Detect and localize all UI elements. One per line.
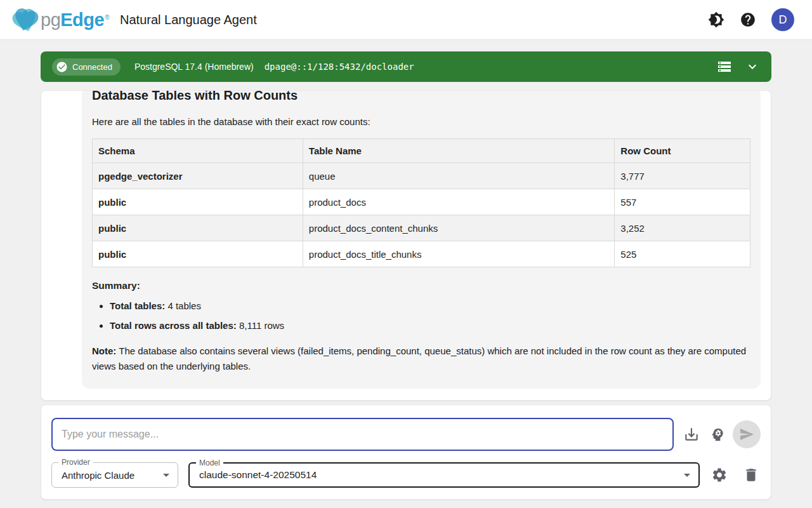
pgedge-logo-wordmark: pgEdge®: [41, 10, 109, 30]
chat-history-panel[interactable]: Database Tables with Row Counts Here are…: [41, 90, 771, 401]
table-row: public product_docs 557: [93, 189, 750, 215]
table-row: public product_docs_title_chunks 525: [93, 241, 750, 267]
provider-select[interactable]: Provider Anthropic Claude: [51, 462, 178, 488]
trash-icon: [743, 467, 759, 483]
model-select[interactable]: Model claude-sonnet-4-20250514: [188, 462, 700, 488]
table-row: public product_docs_content_chunks 3,252: [93, 215, 750, 241]
psychology-icon: [709, 426, 726, 443]
cell-schema: public: [93, 215, 303, 241]
message-input[interactable]: [51, 418, 674, 451]
page-title: Natural Language Agent: [120, 13, 257, 27]
message-intro: Here are all the tables in the database …: [92, 115, 750, 129]
table-row: pgedge_vectorizer queue 3,777: [93, 163, 750, 189]
pgedge-logo-icon: [10, 6, 39, 34]
collapse-connection-button[interactable]: [745, 59, 760, 74]
cell-row-count: 557: [615, 189, 750, 215]
cell-row-count: 3,777: [615, 163, 750, 189]
send-icon: [739, 427, 754, 442]
cell-table-name: queue: [303, 163, 615, 189]
server-version-label: PostgreSQL 17.4 (Homebrew): [134, 62, 254, 72]
cell-table-name: product_docs: [303, 189, 615, 215]
composer-panel: Provider Anthropic Claude Model claude-s…: [41, 404, 771, 500]
provider-value: Anthropic Claude: [62, 470, 134, 481]
caret-down-icon: [159, 467, 174, 483]
cell-table-name: product_docs_content_chunks: [303, 215, 615, 241]
help-button[interactable]: [740, 11, 756, 28]
cell-schema: pgedge_vectorizer: [93, 163, 303, 189]
summary-heading: Summary:: [92, 280, 750, 291]
send-button[interactable]: [733, 420, 761, 448]
caret-down-icon: [679, 467, 695, 483]
gear-icon: [711, 467, 728, 483]
app-header: pgEdge® Natural Language Agent D: [0, 0, 812, 40]
table-header-row: Schema Table Name Row Count: [93, 139, 750, 163]
clear-chat-button[interactable]: [743, 467, 759, 483]
settings-button[interactable]: [711, 467, 728, 483]
connection-status-label: Connected: [72, 63, 112, 71]
chevron-down-icon: [745, 59, 760, 74]
column-header-table-name: Table Name: [303, 139, 615, 163]
message-heading: Database Tables with Row Counts: [92, 90, 750, 104]
provider-label: Provider: [58, 458, 93, 467]
column-header-row-count: Row Count: [615, 139, 750, 163]
row-counts-table: Schema Table Name Row Count pgedge_vecto…: [92, 138, 750, 267]
help-icon: [740, 11, 756, 28]
summary-list: Total tables: 4 tables Total rows across…: [96, 300, 750, 332]
list-item: Total tables: 4 tables: [110, 300, 750, 312]
model-value: claude-sonnet-4-20250514: [199, 469, 317, 481]
cell-schema: public: [93, 241, 303, 267]
connection-string: dpage@::1/128:5432/docloader: [265, 62, 414, 72]
connection-status-badge: Connected: [52, 58, 121, 76]
user-avatar[interactable]: D: [771, 8, 794, 31]
check-circle-icon: [56, 61, 68, 73]
cell-row-count: 3,252: [615, 215, 750, 241]
cell-schema: public: [93, 189, 303, 215]
pgedge-logo: pgEdge®: [10, 6, 109, 34]
ai-reasoning-button[interactable]: [709, 426, 726, 443]
model-label: Model: [196, 458, 223, 467]
connections-list-button[interactable]: [717, 59, 732, 74]
column-header-schema: Schema: [93, 139, 303, 163]
server-stack-icon: [717, 59, 732, 74]
assistant-message-bubble: Database Tables with Row Counts Here are…: [82, 90, 761, 389]
connection-bar: Connected PostgreSQL 17.4 (Homebrew) dpa…: [41, 51, 771, 82]
download-chat-button[interactable]: [683, 426, 700, 443]
note-paragraph: Note: The database also contains several…: [92, 344, 750, 374]
dark-mode-icon: [708, 11, 724, 28]
list-item: Total rows across all tables: 8,111 rows: [110, 319, 750, 332]
theme-toggle-button[interactable]: [708, 11, 724, 28]
cell-row-count: 525: [615, 241, 750, 267]
cell-table-name: product_docs_title_chunks: [303, 241, 615, 267]
download-icon: [683, 426, 700, 443]
